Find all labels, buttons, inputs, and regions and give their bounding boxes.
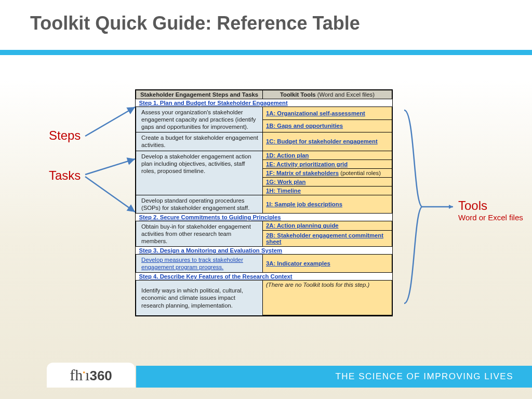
step-link[interactable]: Step 3. Design a Monitoring and Evaluati… — [139, 247, 283, 254]
step-header: Step 2. Secure Commitments to Guiding Pr… — [136, 213, 392, 221]
tool-cell: 1H: Timeline — [263, 186, 392, 195]
tool-link[interactable]: 1F: Matrix of stakeholders — [266, 170, 339, 176]
table-row: Develop standard operating procedures (S… — [136, 195, 392, 213]
footer-tagline: THE SCIENCE OF IMPROVING LIVES — [335, 371, 513, 382]
tool-link[interactable]: 2B: Stakeholder engagement commitment sh… — [266, 232, 383, 245]
step-header: Step 4. Describe Key Features of the Res… — [136, 273, 392, 281]
annotation-tasks: Tasks — [49, 168, 81, 183]
annotation-tools: Tools Word or Excel files — [458, 200, 523, 222]
tool-cell: 1C: Budget for stakeholder engagement — [263, 132, 392, 151]
tool-link[interactable]: 1B: Gaps and opportunities — [266, 123, 343, 129]
tool-link[interactable]: 1E: Activity prioritization grid — [266, 161, 348, 167]
annotation-steps: Steps — [49, 128, 81, 143]
table-row: Assess your organization's stakeholder e… — [136, 107, 392, 120]
task-link[interactable]: Develop measures to track stakeholder en… — [141, 257, 243, 270]
task-cell: Develop measures to track stakeholder en… — [136, 255, 263, 273]
tool-link[interactable]: 1A: Organizational self-assessment — [266, 110, 365, 116]
svg-line-0 — [85, 107, 135, 136]
header-right: Toolkit Tools (Word and Excel files) — [263, 90, 392, 99]
step-link[interactable]: Step 4. Describe Key Features of the Res… — [139, 273, 292, 280]
tool-link[interactable]: 1I: Sample job descriptions — [266, 201, 342, 207]
page-title: Toolkit Quick Guide: Reference Table — [30, 12, 360, 34]
tool-cell: 1B: Gaps and opportunities — [263, 119, 392, 132]
header-left: Stakeholder Engagement Steps and Tasks — [136, 90, 263, 99]
tool-link[interactable]: 2A: Action planning guide — [266, 222, 339, 229]
table-row: Develop a stakeholder engagement action … — [136, 151, 392, 159]
tool-cell: 1G: Work plan — [263, 177, 392, 186]
task-cell: Develop standard operating procedures (S… — [136, 195, 263, 213]
table-row: Obtain buy-in for stakeholder engagement… — [136, 221, 392, 230]
tool-link[interactable]: 1H: Timeline — [266, 188, 301, 194]
step-header: Step 3. Design a Monitoring and Evaluati… — [136, 247, 392, 255]
task-cell: Obtain buy-in for stakeholder engagement… — [136, 221, 263, 246]
tool-cell: 1D: Action plan — [263, 151, 392, 159]
tool-cell: 1E: Activity prioritization grid — [263, 159, 392, 168]
table-header-row: Stakeholder Engagement Steps and Tasks T… — [136, 90, 392, 99]
task-cell: Create a budget for stakeholder engageme… — [136, 132, 263, 151]
reference-table: Stakeholder Engagement Steps and Tasks T… — [136, 90, 392, 315]
title-divider — [0, 50, 532, 55]
tool-link[interactable]: 3A: Indicator examples — [266, 260, 330, 267]
step-header: Step 1. Plan and Budget for Stakeholder … — [136, 99, 392, 107]
task-cell: Identify ways in which political, cultur… — [136, 281, 263, 315]
step-link[interactable]: Step 2. Secure Commitments to Guiding Pr… — [139, 214, 281, 220]
tool-cell: (There are no Toolkit tools for this ste… — [263, 281, 392, 315]
tool-cell: 1A: Organizational self-assessment — [263, 107, 392, 120]
tool-link[interactable]: 1D: Action plan — [266, 152, 309, 158]
arrow-steps — [83, 104, 140, 140]
tool-cell: 3A: Indicator examples — [263, 255, 392, 273]
footer-bar: THE SCIENCE OF IMPROVING LIVES — [136, 366, 532, 388]
fhi360-logo: fh•ı360 — [70, 366, 112, 384]
tool-cell: 2A: Action planning guide — [263, 221, 392, 230]
brace-tools — [399, 108, 456, 305]
reference-table-wrap: Stakeholder Engagement Steps and Tasks T… — [135, 89, 393, 316]
tool-cell: 2B: Stakeholder engagement commitment sh… — [263, 230, 392, 246]
task-cell: Develop a stakeholder engagement action … — [136, 151, 263, 195]
task-cell: Assess your organization's stakeholder e… — [136, 107, 263, 132]
arrow-tasks — [83, 156, 140, 218]
table-row: Identify ways in which political, cultur… — [136, 281, 392, 315]
table-row: Develop measures to track stakeholder en… — [136, 255, 392, 273]
logo-wrap: fh•ı360 — [47, 363, 135, 388]
svg-line-1 — [85, 159, 135, 175]
tool-link[interactable]: 1C: Budget for stakeholder engagement — [266, 138, 378, 144]
table-row: Create a budget for stakeholder engageme… — [136, 132, 392, 151]
tool-link[interactable]: 1G: Work plan — [266, 179, 305, 185]
step-link[interactable]: Step 1. Plan and Budget for Stakeholder … — [139, 100, 288, 106]
tool-cell: 1I: Sample job descriptions — [263, 195, 392, 213]
tool-cell: 1F: Matrix of stakeholders (potential ro… — [263, 168, 392, 177]
svg-line-2 — [85, 177, 135, 212]
